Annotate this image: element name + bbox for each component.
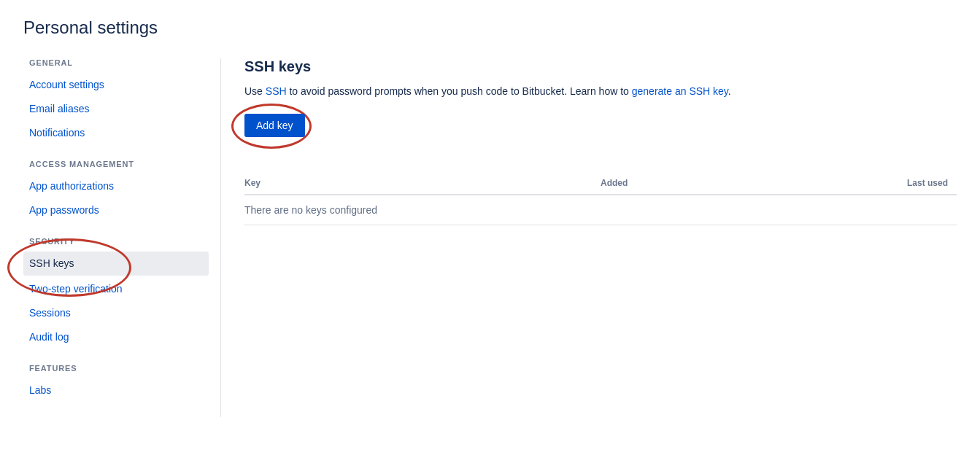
sidebar-item-labs[interactable]: Labs xyxy=(23,378,209,402)
sidebar-section-security-label: SECURITY xyxy=(23,237,209,246)
sidebar-item-account-settings[interactable]: Account settings xyxy=(23,73,209,97)
page-title: Personal settings xyxy=(23,17,957,38)
generate-ssh-key-link[interactable]: generate an SSH key xyxy=(632,85,728,97)
sidebar-item-notifications[interactable]: Notifications xyxy=(23,121,209,145)
description-text-part1: Use xyxy=(244,85,266,97)
description-text-part3: . xyxy=(728,85,731,97)
main-content: SSH keys Use SSH to avoid password promp… xyxy=(220,58,957,417)
sidebar-section-access-label: ACCESS MANAGEMENT xyxy=(23,160,209,168)
sidebar-item-ssh-keys[interactable]: SSH keys xyxy=(23,252,209,276)
sidebar-item-email-aliases[interactable]: Email aliases xyxy=(23,97,209,121)
ssh-link[interactable]: SSH xyxy=(266,85,287,97)
add-key-button-wrapper: Add key xyxy=(244,114,305,155)
empty-message: There are no keys configured xyxy=(244,195,957,225)
sidebar-section-access-management: ACCESS MANAGEMENT App authorizations App… xyxy=(23,160,209,222)
sidebar: GENERAL Account settings Email aliases N… xyxy=(23,58,220,417)
sidebar-item-app-authorizations[interactable]: App authorizations xyxy=(23,174,209,198)
sidebar-item-sessions[interactable]: Sessions xyxy=(23,301,209,325)
col-header-key: Key xyxy=(244,172,404,195)
sidebar-item-two-step-verification[interactable]: Two-step verification xyxy=(23,277,209,301)
sidebar-section-general-label: GENERAL xyxy=(23,58,209,67)
ssh-keys-table: Key Added Last used There are no keys co… xyxy=(244,172,957,225)
sidebar-section-general: GENERAL Account settings Email aliases N… xyxy=(23,58,209,145)
col-header-added: Added xyxy=(404,172,636,195)
col-header-last-used: Last used xyxy=(636,172,957,195)
table-empty-row: There are no keys configured xyxy=(244,195,957,225)
sidebar-section-features: FEATURES Labs xyxy=(23,364,209,402)
sidebar-item-app-passwords[interactable]: App passwords xyxy=(23,198,209,222)
sidebar-item-audit-log[interactable]: Audit log xyxy=(23,325,209,349)
ssh-keys-description: Use SSH to avoid password prompts when y… xyxy=(244,84,957,99)
sidebar-section-security: SECURITY SSH keys Two-step verification … xyxy=(23,237,209,349)
sidebar-section-features-label: FEATURES xyxy=(23,364,209,373)
ssh-keys-title: SSH keys xyxy=(244,58,957,75)
add-key-button[interactable]: Add key xyxy=(244,114,305,137)
description-text-part2: to avoid password prompts when you push … xyxy=(287,85,632,97)
